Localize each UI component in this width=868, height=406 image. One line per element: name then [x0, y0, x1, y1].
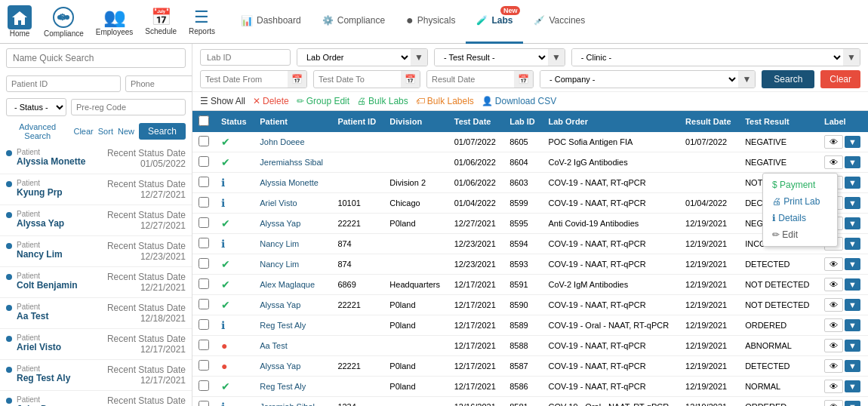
search-button[interactable]: Search — [139, 123, 186, 140]
nav-home[interactable]: Home — [8, 5, 32, 38]
lab-order-cell: COV-19 - NAAT, RT-qPCR — [542, 336, 679, 356]
nav-compliance[interactable]: ⚙ Compliance — [44, 5, 84, 38]
patient-list-item[interactable]: Patient Nancy Lim Recent Status Date 12/… — [0, 236, 192, 267]
eye-button[interactable]: 👁 — [824, 339, 843, 352]
dropdown-button[interactable]: ▼ — [845, 401, 860, 406]
patient-list-item[interactable]: Patient Reg Test Aly Recent Status Date … — [0, 360, 192, 391]
tab-compliance[interactable]: ⚙️ Compliance — [312, 0, 396, 44]
bulk-labs-button[interactable]: 🖨 Bulk Labs — [357, 96, 408, 106]
row-checkbox[interactable] — [199, 217, 209, 228]
test-result-cell: DETECTED — [739, 356, 818, 377]
eye-button[interactable]: 👁 — [824, 380, 843, 393]
tab-dashboard[interactable]: 📊 Dashboard — [230, 0, 312, 44]
show-all-button[interactable]: ☰ Show All — [200, 96, 245, 106]
lab-order-cell: COV-19 - NAAT, RT-qPCR — [542, 193, 679, 214]
eye-button[interactable]: 👁 — [824, 278, 843, 291]
result-date-input[interactable] — [427, 72, 514, 87]
patient-list-item[interactable]: Patient Kyung Prp Recent Status Date 12/… — [0, 174, 192, 205]
test-date-to-calendar-icon[interactable]: 📅 — [401, 71, 420, 88]
nav-schedule[interactable]: 📅 Schedule — [145, 8, 177, 35]
eye-button[interactable]: 👁 — [824, 359, 843, 373]
eye-button[interactable]: 👁 — [824, 155, 843, 169]
dropdown-button[interactable]: ▼ — [845, 197, 860, 209]
ctx-details[interactable]: ℹ Details — [763, 210, 837, 226]
new-button[interactable]: New — [118, 127, 134, 136]
dropdown-button[interactable]: ▼ — [845, 156, 860, 168]
patient-list-item[interactable]: Patient John Doe Recent Status Date 12/1… — [0, 391, 192, 406]
dropdown-button[interactable]: ▼ — [845, 238, 860, 250]
row-checkbox[interactable] — [199, 156, 209, 167]
patient-list-item[interactable]: Patient Ariel Visto Recent Status Date 1… — [0, 329, 192, 360]
dropdown-button[interactable]: ▼ — [845, 319, 860, 331]
dropdown-button[interactable]: ▼ — [845, 380, 860, 392]
row-checkbox[interactable] — [199, 360, 209, 371]
company-select[interactable]: - Company - — [540, 71, 738, 88]
tab-labs[interactable]: 🧪 Labs New — [466, 0, 523, 44]
patient-list-item[interactable]: Patient Aa Test Recent Status Date 12/18… — [0, 298, 192, 329]
dropdown-button[interactable]: ▼ — [845, 278, 860, 291]
row-checkbox[interactable] — [199, 401, 209, 406]
download-csv-button[interactable]: 👤 Download CSV — [482, 96, 556, 106]
lab-id-input[interactable] — [200, 49, 291, 66]
clinic-select[interactable]: - Clinic - — [572, 49, 843, 66]
row-checkbox[interactable] — [199, 319, 209, 330]
row-checkbox[interactable] — [199, 299, 209, 309]
row-checkbox[interactable] — [199, 177, 209, 187]
sort-button[interactable]: Sort — [98, 127, 113, 136]
eye-button[interactable]: 👁 — [824, 135, 843, 149]
row-checkbox[interactable] — [199, 380, 209, 391]
lab-order-select[interactable]: Lab Order — [297, 49, 411, 66]
tab-physicals[interactable]: ● Physicals — [396, 0, 466, 44]
patient-list-item[interactable]: Patient Alyssa Yap Recent Status Date 12… — [0, 205, 192, 236]
advanced-search-button[interactable]: Advanced Search — [6, 122, 69, 140]
eye-button[interactable]: 👁 — [824, 400, 843, 406]
ctx-print-lab[interactable]: 🖨 Print Lab — [763, 193, 837, 210]
eye-button[interactable]: 👁 — [824, 257, 843, 271]
dropdown-button[interactable]: ▼ — [845, 177, 860, 189]
dropdown-button[interactable]: ▼ — [845, 136, 860, 148]
result-date-calendar-icon[interactable]: 📅 — [514, 71, 533, 88]
patient-id-field[interactable] — [6, 75, 121, 92]
nav-employees[interactable]: 👥 Employees — [96, 7, 133, 36]
group-edit-button[interactable]: ✏ Group Edit — [297, 96, 349, 106]
row-checkbox[interactable] — [199, 278, 209, 289]
patient-list-item[interactable]: Patient Alyssia Monette Recent Status Da… — [0, 143, 192, 174]
patient-date-info: Recent Status Date 12/17/2021 — [107, 334, 186, 355]
eye-button[interactable]: 👁 — [824, 298, 843, 312]
row-checkbox[interactable] — [199, 238, 209, 248]
patient-status-date-label: Recent Status Date — [107, 364, 186, 375]
patient-list-item[interactable]: Patient Colt Benjamin Recent Status Date… — [0, 267, 192, 298]
row-checkbox[interactable] — [199, 197, 209, 208]
dropdown-button[interactable]: ▼ — [845, 258, 860, 270]
tab-vaccines[interactable]: 💉 Vaccines — [523, 0, 596, 44]
lab-order-cell: POC Sofia Antigen FIA — [542, 132, 679, 152]
test-result-select[interactable]: - Test Result - — [435, 49, 548, 66]
search-main-button[interactable]: Search — [762, 70, 814, 88]
dropdown-button[interactable]: ▼ — [845, 360, 860, 372]
col-test-date[interactable]: Test Date — [448, 111, 503, 132]
name-quick-search[interactable] — [6, 48, 186, 68]
eye-button[interactable]: 👁 — [824, 318, 843, 332]
clear-main-button[interactable]: Clear — [820, 70, 860, 88]
bulk-labels-button[interactable]: 🏷 Bulk Labels — [416, 96, 474, 106]
prereg-code-field[interactable] — [71, 99, 186, 115]
row-checkbox[interactable] — [199, 340, 209, 350]
ctx-payment[interactable]: $ Payment — [763, 177, 837, 193]
lab-id-cell: 8589 — [503, 315, 542, 336]
select-all-checkbox[interactable] — [199, 115, 209, 126]
nav-reports[interactable]: ☰ Reports — [189, 8, 215, 35]
dropdown-button[interactable]: ▼ — [845, 299, 860, 311]
patient-status-dot — [6, 212, 12, 218]
test-date-from-calendar-icon[interactable]: 📅 — [288, 71, 306, 88]
phone-field[interactable] — [125, 75, 192, 92]
ctx-edit[interactable]: ✏ Edit — [763, 226, 837, 243]
dropdown-button[interactable]: ▼ — [845, 217, 860, 229]
row-checkbox[interactable] — [199, 136, 209, 146]
test-date-from-input[interactable] — [201, 72, 288, 87]
delete-button[interactable]: ✕ Delete — [253, 96, 289, 106]
test-date-to-input[interactable] — [314, 72, 401, 87]
row-checkbox[interactable] — [199, 258, 209, 269]
dropdown-button[interactable]: ▼ — [845, 340, 860, 352]
clear-button[interactable]: Clear — [73, 127, 93, 136]
status-select[interactable]: - Status - — [6, 98, 66, 116]
